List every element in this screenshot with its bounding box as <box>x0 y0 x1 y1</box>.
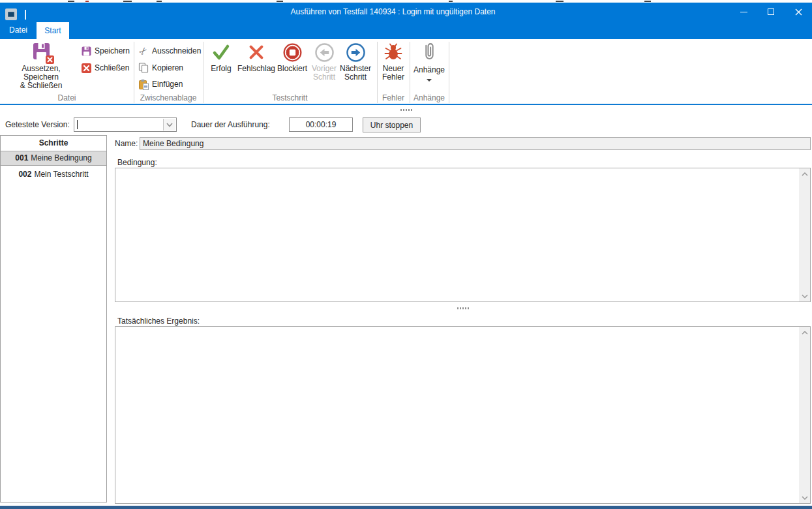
arrow-left-circle-icon <box>314 40 335 64</box>
condition-label: Bedingung: <box>117 158 157 167</box>
new-defect-label: Neuer Fehler <box>382 65 404 82</box>
copy-button[interactable]: Kopieren <box>138 61 183 74</box>
condition-text[interactable] <box>115 168 799 301</box>
stop-circle-icon <box>282 40 303 64</box>
horizontal-splitter-handle[interactable] <box>400 109 414 111</box>
close-icon <box>795 8 802 16</box>
attachments-button[interactable]: Anhänge <box>411 40 447 93</box>
scroll-down-icon[interactable] <box>799 492 810 503</box>
tested-version-label: Getestete Version: <box>5 120 70 129</box>
close-button[interactable] <box>785 3 812 21</box>
titlebar: Ausführen von Testfall 140934 : Login mi… <box>0 3 812 21</box>
condition-scrollbar[interactable] <box>799 168 810 301</box>
save-icon <box>81 46 91 56</box>
group-label-anhaenge: Anhänge <box>410 93 449 102</box>
ribbon-tabrow: Datei Start <box>0 21 812 39</box>
group-label-zwischenablage: Zwischenablage <box>134 93 203 102</box>
combobox-dropdown-button[interactable] <box>163 119 175 131</box>
previous-step-button: Voriger Schritt <box>308 40 340 93</box>
scissors-icon: ✂ <box>138 46 149 56</box>
actual-result-scrollbar[interactable] <box>799 327 810 503</box>
fail-label: Fehlschlag <box>237 65 275 73</box>
close-red-icon <box>81 63 91 73</box>
maximize-button[interactable] <box>757 3 785 21</box>
window-title: Ausführen von Testfall 140934 : Login mi… <box>78 3 708 21</box>
quick-access-separator <box>25 10 26 20</box>
previous-step-label: Voriger Schritt <box>312 65 337 82</box>
close-test-button[interactable]: Schließen <box>81 61 129 74</box>
copy-icon <box>138 63 149 73</box>
paste-button[interactable]: Einfügen <box>138 78 183 91</box>
save-label: Speichern <box>95 46 130 55</box>
group-label-testschritt: Testschritt <box>203 93 377 102</box>
textarea-splitter-handle[interactable] <box>457 307 470 309</box>
cut-button[interactable]: ✂ Ausschneiden <box>138 44 201 57</box>
new-defect-button[interactable]: Neuer Fehler <box>378 40 409 93</box>
minimize-button[interactable] <box>730 3 757 21</box>
save-button[interactable]: Speichern <box>81 44 130 57</box>
suspend-save-close-button[interactable]: Aussetzen, Speichern & Schließen <box>5 40 78 94</box>
name-input[interactable] <box>140 137 811 150</box>
cut-label: Ausschneiden <box>152 46 201 55</box>
minimize-icon <box>740 12 747 12</box>
group-separator <box>449 42 449 103</box>
actual-result-textarea[interactable] <box>115 326 811 504</box>
tested-version-combobox[interactable] <box>74 117 177 132</box>
actual-result-label: Tatsächliches Ergebnis: <box>117 316 200 326</box>
blocked-label: Blockiert <box>277 65 307 73</box>
group-label-datei: Datei <box>0 93 134 102</box>
scroll-down-icon[interactable] <box>799 290 810 301</box>
steps-header: Schritte <box>1 136 106 151</box>
success-button[interactable]: Erfolg <box>205 40 237 93</box>
app-icon[interactable] <box>5 8 17 20</box>
chevron-down-icon <box>166 123 173 127</box>
name-label: Name: <box>115 139 138 148</box>
duration-input[interactable] <box>289 117 353 132</box>
checkmark-icon <box>212 40 230 64</box>
condition-textarea[interactable] <box>115 168 811 302</box>
arrow-right-circle-icon <box>346 40 366 64</box>
tab-start[interactable]: Start <box>37 22 69 39</box>
group-label-fehler: Fehler <box>377 93 410 102</box>
blocked-button[interactable]: Blockiert <box>274 40 310 93</box>
close-test-label: Schließen <box>95 63 129 72</box>
actual-result-text[interactable] <box>115 327 799 503</box>
scroll-up-icon[interactable] <box>799 168 810 179</box>
suspend-save-close-label: Aussetzen, Speichern & Schließen <box>5 65 78 90</box>
close-badge-icon <box>46 55 54 64</box>
x-mark-icon <box>248 40 265 64</box>
paste-clipboard-icon <box>138 79 149 89</box>
tab-datei[interactable]: Datei <box>4 21 33 39</box>
bug-icon <box>383 40 403 64</box>
ribbon: Aussetzen, Speichern & Schließen Speiche… <box>0 39 812 105</box>
attachments-label: Anhänge <box>414 66 445 74</box>
scroll-up-icon[interactable] <box>799 327 810 338</box>
copy-label: Kopieren <box>152 63 183 72</box>
step-row-001[interactable]: 001Meine Bedingung <box>1 151 106 166</box>
attachments-dropdown-icon[interactable] <box>427 79 432 82</box>
step-row-002[interactable]: 002Mein Testschritt <box>1 167 106 182</box>
paperclip-icon <box>419 40 439 65</box>
steps-panel: Schritte 001Meine Bedingung 002Mein Test… <box>0 135 107 502</box>
stop-clock-button[interactable]: Uhr stoppen <box>363 117 421 132</box>
fail-button[interactable]: Fehlschlag <box>237 40 276 93</box>
test-execution-window: Ausführen von Testfall 140934 : Login mi… <box>0 0 812 509</box>
maximize-icon <box>768 8 774 15</box>
next-step-label: Nächster Schritt <box>340 65 371 82</box>
window-bottom-border <box>0 506 812 509</box>
next-step-button[interactable]: Nächster Schritt <box>337 40 374 93</box>
text-caret <box>77 120 78 129</box>
success-label: Erfolg <box>211 65 231 73</box>
paste-label: Einfügen <box>152 80 183 89</box>
duration-label: Dauer der Ausführung: <box>191 120 270 129</box>
